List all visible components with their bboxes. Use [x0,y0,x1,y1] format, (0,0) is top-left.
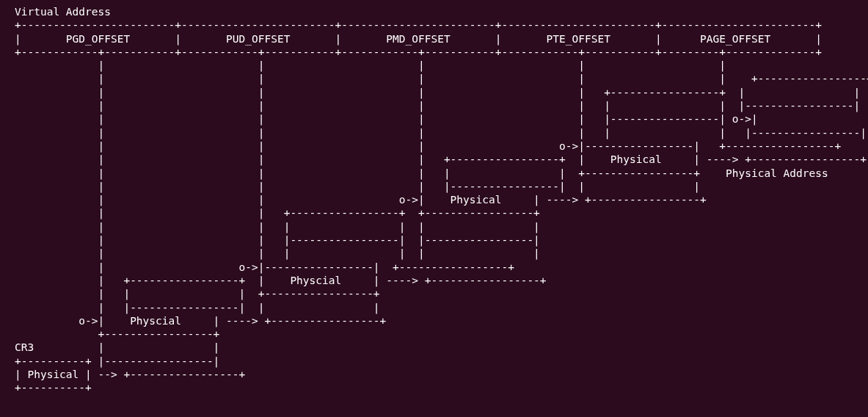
page-table-diagram: Virtual Address +-----------------------… [0,0,868,410]
